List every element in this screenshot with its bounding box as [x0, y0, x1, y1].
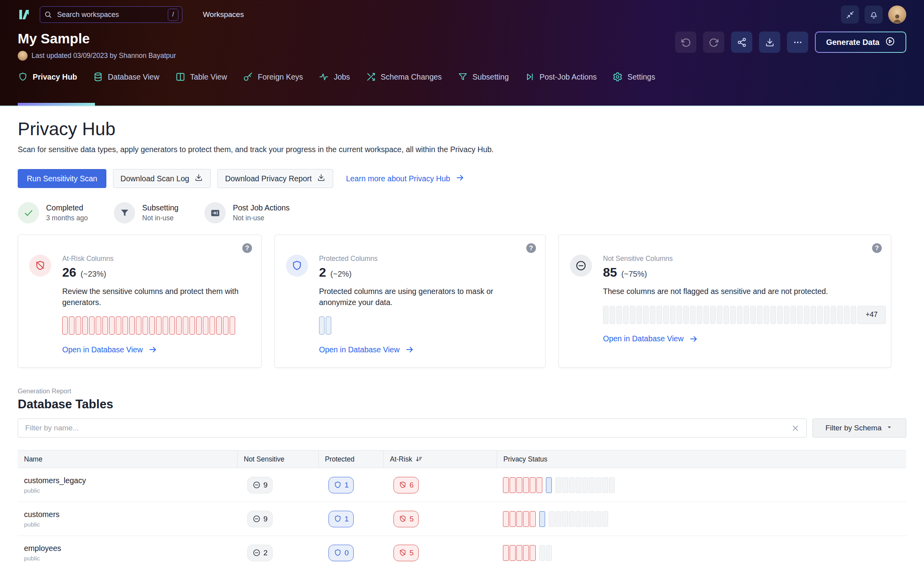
table-row[interactable]: employeespublic205	[18, 536, 906, 562]
table-row[interactable]: customerspublic915	[18, 502, 906, 536]
tab-foreign-keys[interactable]: Foreign Keys	[243, 72, 303, 82]
check-icon	[18, 202, 39, 223]
segment	[730, 306, 736, 324]
tab-settings[interactable]: Settings	[612, 72, 655, 82]
segment	[62, 316, 68, 335]
privacy-bar	[546, 545, 552, 561]
column-header-not-sensitive[interactable]: Not Sensitive	[237, 450, 318, 468]
segment	[143, 316, 148, 335]
column-header-name[interactable]: Name	[18, 450, 237, 468]
segment	[650, 306, 655, 324]
red-count-pill: 5	[393, 545, 419, 561]
segment	[683, 306, 689, 324]
status-title: Subsetting	[142, 203, 178, 212]
at-risk-cell: 5	[383, 545, 497, 561]
name-filter[interactable]	[18, 419, 807, 437]
column-header-privacy-status[interactable]: Privacy Status	[497, 450, 906, 468]
scan-actions: Run Sensitivity Scan Download Scan Log D…	[18, 169, 906, 188]
card-label: Not Sensitive Columns	[603, 255, 673, 263]
name-filter-input[interactable]	[24, 423, 791, 433]
privacy-bar	[555, 477, 561, 493]
segment	[703, 306, 709, 324]
generate-data-button[interactable]: Generate Data	[815, 32, 906, 53]
last-updated: Last updated 03/09/2023 by Shannon Bayat…	[18, 51, 176, 61]
privacy-bar	[569, 511, 575, 527]
more-actions-button[interactable]	[787, 32, 808, 53]
run-sensitivity-scan-button[interactable]: Run Sensitivity Scan	[18, 169, 106, 188]
open-in-database-view-link[interactable]: Open in Database View	[603, 334, 880, 344]
workspace-title: My Sample	[18, 31, 176, 47]
circle-minus-icon	[252, 515, 261, 523]
red-count-pill: 5	[393, 511, 419, 527]
topbar-right	[841, 6, 906, 24]
app-logo-icon[interactable]	[18, 8, 30, 21]
play-circle-icon	[885, 36, 895, 48]
open-in-database-view-link[interactable]: Open in Database View	[62, 345, 250, 354]
tab-schema-changes[interactable]: Schema Changes	[366, 72, 442, 82]
segment	[770, 306, 776, 324]
table-schema: public	[24, 555, 237, 562]
privacy-bar	[582, 477, 588, 493]
filter-by-schema-dropdown[interactable]: Filter by Schema	[813, 419, 906, 437]
card-value-row: 26(~23%)	[62, 265, 113, 280]
help-icon[interactable]: ?	[871, 242, 883, 254]
status-item-post-job-actions: Post Job ActionsNot in-use	[204, 202, 289, 223]
gray-bar-group	[555, 477, 615, 493]
column-header-at-risk[interactable]: At-Risk	[383, 450, 497, 468]
segment	[750, 306, 756, 324]
table-row[interactable]: customers_legacypublic916	[18, 468, 906, 502]
learn-more-link[interactable]: Learn more about Privacy Hub	[346, 173, 464, 184]
tab-label: Subsetting	[473, 73, 509, 82]
privacy-bar	[602, 511, 608, 527]
tab-table-view[interactable]: Table View	[175, 72, 227, 82]
status-text: Completed3 months ago	[46, 203, 88, 222]
segment	[156, 316, 161, 335]
clear-filter-icon[interactable]	[791, 424, 800, 433]
share-button[interactable]	[731, 32, 752, 53]
open-in-database-view-link[interactable]: Open in Database View	[319, 345, 534, 354]
skip-icon	[525, 72, 535, 82]
privacy-bar	[503, 477, 509, 493]
at-risk-cell: 6	[383, 477, 497, 493]
privacy-bar	[575, 511, 581, 527]
privacy-hub-content: Privacy Hub Scan for sensitive data type…	[0, 106, 924, 562]
privacy-bar	[596, 511, 601, 527]
segment	[210, 316, 215, 335]
tab-post-job-actions[interactable]: Post-Job Actions	[525, 72, 597, 82]
user-avatar[interactable]	[888, 6, 906, 24]
privacy-hub-page: / Workspaces My Sample Last updated 03/0…	[0, 0, 924, 562]
workspace-search[interactable]: /	[40, 6, 182, 23]
table-header: NameNot SensitiveProtectedAt-RiskPrivacy…	[18, 450, 906, 468]
table-name-cell: customers_legacypublic	[18, 476, 237, 494]
segment	[690, 306, 696, 324]
shield-off-icon	[399, 515, 407, 523]
undo-button[interactable]	[675, 32, 696, 53]
segment	[737, 306, 742, 324]
gray-count-pill: 9	[247, 477, 273, 493]
export-button[interactable]	[759, 32, 780, 53]
tab-privacy-hub[interactable]: Privacy Hub	[18, 72, 77, 82]
notifications-button[interactable]	[865, 6, 883, 24]
segments-overflow: +47	[857, 306, 886, 324]
search-input[interactable]	[56, 10, 164, 19]
help-icon[interactable]: ?	[525, 242, 537, 254]
segment	[710, 306, 716, 324]
download-scan-log-button[interactable]: Download Scan Log	[113, 169, 211, 188]
gear-icon	[612, 72, 623, 82]
workspaces-link[interactable]: Workspaces	[203, 10, 244, 19]
section-title: Database Tables	[18, 397, 906, 411]
collapse-button[interactable]	[841, 6, 859, 24]
card-description: These columns are not flagged as sensiti…	[603, 286, 847, 297]
tab-jobs[interactable]: Jobs	[319, 72, 350, 82]
column-header-label: Name	[24, 455, 43, 463]
redo-button[interactable]	[703, 32, 724, 53]
help-icon[interactable]: ?	[241, 242, 253, 254]
column-header-protected[interactable]: Protected	[318, 450, 383, 468]
gray-count-pill: 9	[247, 511, 273, 527]
tab-database-view[interactable]: Database View	[93, 72, 160, 82]
download-privacy-report-button[interactable]: Download Privacy Report	[217, 169, 333, 188]
segment	[82, 316, 88, 335]
segment	[223, 316, 228, 335]
card-at-risk: ?At-Risk Columns26(~23%)Review the sensi…	[18, 234, 262, 368]
tab-subsetting[interactable]: Subsetting	[458, 72, 509, 82]
